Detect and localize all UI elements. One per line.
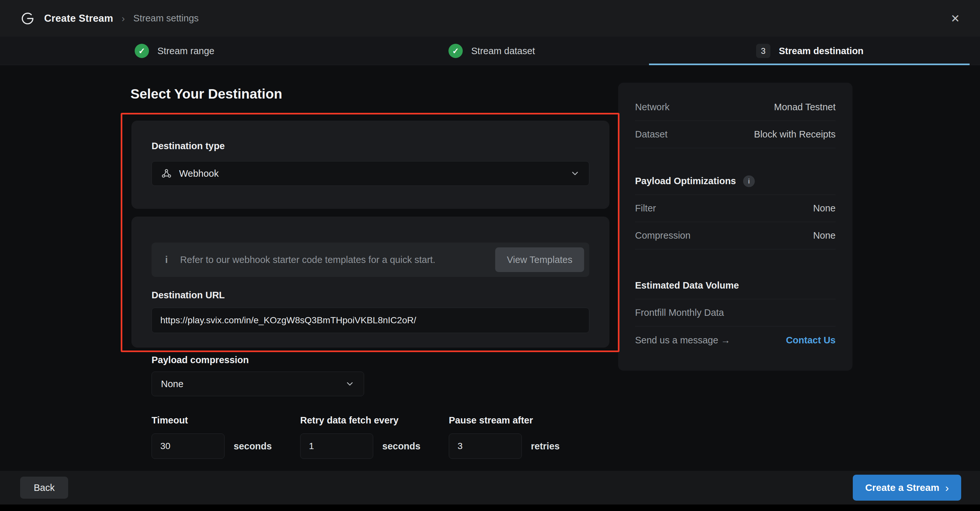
summary-row-contact: Send us a message → Contact Us [635,327,835,354]
destination-url-card: i Refer to our webhook starter code temp… [131,217,609,348]
step-number-badge: 3 [756,44,770,58]
destination-url-label: Destination URL [151,290,589,301]
chevron-down-icon [345,379,355,389]
timeout-label: Timeout [151,415,300,426]
create-stream-label: Create a Stream [865,482,939,493]
info-icon: i [165,254,168,265]
create-stream-window: Create Stream › Stream settings ✕ ✓ Stre… [0,0,980,511]
compression-label: Compression [635,230,690,241]
stream-summary-panel: Network Monad Testnet Dataset Block with… [618,83,853,371]
timeout-field: Timeout seconds [151,415,300,459]
window-edge [0,505,980,511]
timeout-input[interactable] [151,433,224,459]
destination-type-card: Destination type Webhook [131,121,609,209]
info-banner: i Refer to our webhook starter code temp… [151,243,589,277]
create-stream-button[interactable]: Create a Stream › [853,474,961,501]
chevron-down-icon [570,168,580,178]
retry-field: Retry data fetch every seconds [300,415,449,459]
retry-label: Retry data fetch every [300,415,449,426]
app-logo-icon [20,11,35,26]
dataset-value: Block with Receipts [754,129,835,140]
step-label: Stream dataset [471,46,535,56]
destination-type-select[interactable]: Webhook [151,161,589,186]
estimated-data-volume-heading: Estimated Data Volume [635,272,835,299]
step-label: Stream range [158,46,215,56]
pause-unit: retries [531,441,560,452]
network-label: Network [635,102,670,113]
chevron-right-icon: › [945,482,949,493]
timeout-unit: seconds [234,441,272,452]
destination-url-input[interactable] [151,308,589,333]
step-stream-destination[interactable]: 3 Stream destination [756,36,864,65]
summary-row-dataset: Dataset Block with Receipts [635,121,835,148]
top-bar: Create Stream › Stream settings ✕ [0,0,980,36]
step-stream-range[interactable]: ✓ Stream range [135,36,215,65]
summary-row-network: Network Monad Testnet [635,94,835,121]
payload-compression-label: Payload compression [151,355,249,365]
payload-compression-select[interactable]: None [151,371,364,396]
view-templates-button[interactable]: View Templates [495,248,584,272]
summary-row-compression: Compression None [635,222,835,249]
contact-prompt: Send us a message → [635,335,730,346]
step-stream-dataset[interactable]: ✓ Stream dataset [449,36,535,65]
step-label: Stream destination [779,46,864,56]
estimated-data-volume-label: Estimated Data Volume [635,280,739,291]
check-icon: ✓ [135,44,149,58]
compression-value: None [813,230,835,241]
filter-label: Filter [635,203,656,214]
section-heading: Select Your Destination [130,86,282,102]
network-value: Monad Testnet [774,102,835,113]
breadcrumb: Stream settings [134,13,199,24]
info-banner-text: Refer to our webhook starter code templa… [180,254,436,265]
step-bar: ✓ Stream range ✓ Stream dataset 3 Stream… [0,36,980,65]
pause-label: Pause stream after [449,415,597,426]
summary-row-frontfill: Frontfill Monthly Data [635,299,835,327]
info-icon[interactable]: i [743,175,755,187]
payload-optimizations-label: Payload Optimizations [635,176,736,186]
frontfill-label: Frontfill Monthly Data [635,307,724,318]
destination-type-value: Webhook [179,168,219,179]
check-icon: ✓ [449,44,463,58]
payload-compression-value: None [161,379,183,389]
active-step-underline [649,63,970,65]
webhook-icon [161,168,172,179]
page-title: Create Stream [44,13,113,24]
payload-optimizations-heading: Payload Optimizations i [635,168,835,195]
footer-bar: Back Create a Stream › [0,471,980,505]
contact-us-link[interactable]: Contact Us [786,335,835,346]
retry-settings-row: Timeout seconds Retry data fetch every s… [151,415,597,459]
retry-unit: seconds [382,441,420,452]
retry-input[interactable] [300,433,373,459]
summary-row-filter: Filter None [635,195,835,222]
close-icon[interactable]: ✕ [951,13,960,24]
filter-value: None [813,203,835,214]
breadcrumb-separator: › [122,13,125,24]
back-button[interactable]: Back [20,477,68,499]
pause-field: Pause stream after retries [449,415,597,459]
dataset-label: Dataset [635,129,668,140]
pause-input[interactable] [449,433,522,459]
destination-type-label: Destination type [151,141,589,151]
